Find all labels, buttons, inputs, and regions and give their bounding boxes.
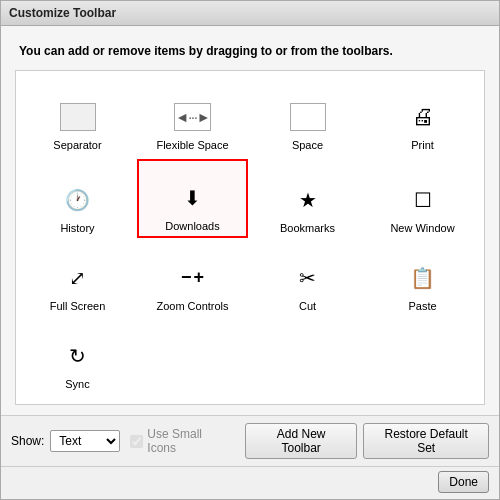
zoom-controls-label: Zoom Controls: [156, 300, 228, 312]
history-icon: 🕐: [60, 182, 96, 218]
item-print[interactable]: 🖨 Print: [367, 81, 478, 155]
item-zoom-controls[interactable]: − + Zoom Controls: [137, 242, 248, 316]
flexible-space-label: Flexible Space: [156, 139, 228, 151]
sync-icon: ↻: [60, 338, 96, 374]
item-flexible-space[interactable]: ◄···► Flexible Space: [137, 81, 248, 155]
downloads-icon: ⬇: [175, 180, 211, 216]
full-screen-label: Full Screen: [50, 300, 106, 312]
small-icons-area: Use Small Icons: [130, 427, 233, 455]
space-label: Space: [292, 139, 323, 151]
done-button[interactable]: Done: [438, 471, 489, 493]
print-label: Print: [411, 139, 434, 151]
downloads-label: Downloads: [165, 220, 219, 232]
instruction-text: You can add or remove items by dragging …: [15, 36, 485, 62]
small-icons-checkbox[interactable]: [130, 435, 143, 448]
item-separator[interactable]: Separator: [22, 81, 133, 155]
footer-bar: Show: Text Icons Icons and Text Use Smal…: [1, 415, 499, 466]
item-sync[interactable]: ↻ Sync: [22, 320, 133, 394]
cut-label: Cut: [299, 300, 316, 312]
item-full-screen[interactable]: ⤢ Full Screen: [22, 242, 133, 316]
title-bar: Customize Toolbar: [1, 1, 499, 26]
item-bookmarks[interactable]: ★ Bookmarks: [252, 159, 363, 237]
paste-label: Paste: [408, 300, 436, 312]
full-screen-icon: ⤢: [60, 260, 96, 296]
paste-icon: 📋: [405, 260, 441, 296]
history-label: History: [60, 222, 94, 234]
done-row: Done: [1, 466, 499, 499]
sync-label: Sync: [65, 378, 89, 390]
print-icon: 🖨: [405, 99, 441, 135]
new-window-icon: ☐: [405, 182, 441, 218]
toolbar-items-grid: Separator ◄···► Flexible Space Space 🖨 P…: [15, 70, 485, 405]
bookmarks-icon: ★: [290, 182, 326, 218]
new-window-label: New Window: [390, 222, 454, 234]
cut-icon: ✂: [290, 260, 326, 296]
show-select[interactable]: Text Icons Icons and Text: [50, 430, 120, 452]
item-downloads[interactable]: ⬇ Downloads: [137, 159, 248, 237]
content-area: You can add or remove items by dragging …: [1, 26, 499, 415]
item-paste[interactable]: 📋 Paste: [367, 242, 478, 316]
window-title: Customize Toolbar: [9, 6, 116, 20]
space-icon: [290, 99, 326, 135]
item-cut[interactable]: ✂ Cut: [252, 242, 363, 316]
item-new-window[interactable]: ☐ New Window: [367, 159, 478, 237]
bookmarks-label: Bookmarks: [280, 222, 335, 234]
restore-default-button[interactable]: Restore Default Set: [363, 423, 489, 459]
add-toolbar-button[interactable]: Add New Toolbar: [245, 423, 357, 459]
item-space[interactable]: Space: [252, 81, 363, 155]
zoom-controls-icon: − +: [175, 260, 211, 296]
item-history[interactable]: 🕐 History: [22, 159, 133, 237]
flexible-space-icon: ◄···►: [175, 99, 211, 135]
separator-icon: [60, 99, 96, 135]
small-icons-label: Use Small Icons: [147, 427, 233, 455]
separator-label: Separator: [53, 139, 101, 151]
customize-toolbar-window: Customize Toolbar You can add or remove …: [0, 0, 500, 500]
show-label: Show:: [11, 434, 44, 448]
